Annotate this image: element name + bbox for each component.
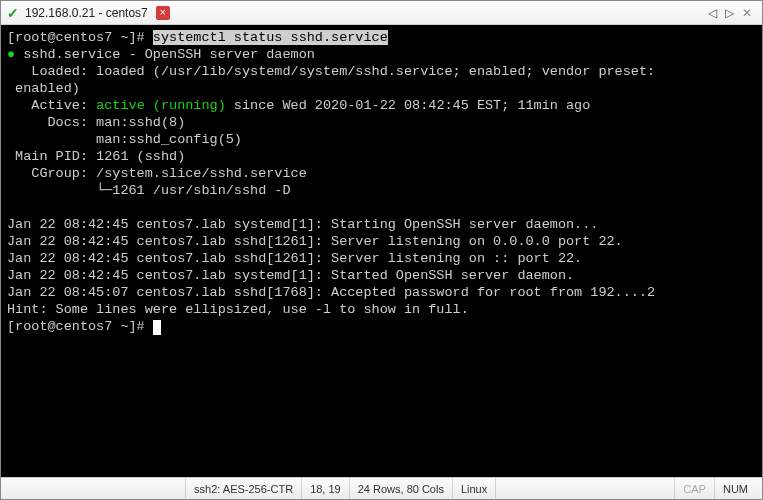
close-panel-button[interactable]: ✕ xyxy=(738,6,756,20)
status-dot-icon: ● xyxy=(7,47,23,62)
prev-tab-button[interactable]: ◁ xyxy=(704,6,721,20)
terminal-output[interactable]: [root@centos7 ~]# systemctl status sshd.… xyxy=(1,25,762,477)
status-spacer xyxy=(496,478,675,499)
active-status: active (running) xyxy=(96,98,226,113)
connected-check-icon: ✓ xyxy=(7,5,19,21)
status-capslock: CAP xyxy=(675,478,715,499)
log-line: Jan 22 08:42:45 centos7.lab systemd[1]: … xyxy=(7,217,598,232)
loaded-line: Loaded: loaded (/usr/lib/systemd/system/… xyxy=(7,64,655,79)
close-tab-button[interactable]: × xyxy=(156,6,170,20)
loaded-line-2: enabled) xyxy=(7,81,80,96)
status-cursor-pos: 18, 19 xyxy=(302,478,350,499)
docs-line-2: man:sshd_config(5) xyxy=(7,132,242,147)
shell-prompt: [root@centos7 ~]# xyxy=(7,319,153,334)
status-os: Linux xyxy=(453,478,496,499)
status-numlock: NUM xyxy=(715,478,756,499)
cgroup-line: CGroup: /system.slice/sshd.service xyxy=(7,166,307,181)
statusbar: ssh2: AES-256-CTR 18, 19 24 Rows, 80 Col… xyxy=(1,477,762,499)
docs-line-1: Docs: man:sshd(8) xyxy=(7,115,185,130)
main-pid-line: Main PID: 1261 (sshd) xyxy=(7,149,185,164)
titlebar: ✓ 192.168.0.21 - centos7 × ◁ ▷ ✕ xyxy=(1,1,762,25)
log-line: Jan 22 08:45:07 centos7.lab sshd[1768]: … xyxy=(7,285,655,300)
log-line: Jan 22 08:42:45 centos7.lab systemd[1]: … xyxy=(7,268,574,283)
command-highlight: systemctl status sshd.service xyxy=(153,30,388,45)
log-line: Jan 22 08:42:45 centos7.lab sshd[1261]: … xyxy=(7,234,623,249)
status-spacer xyxy=(7,478,186,499)
log-line: Jan 22 08:42:45 centos7.lab sshd[1261]: … xyxy=(7,251,582,266)
cgroup-tree-line: └─1261 /usr/sbin/sshd -D xyxy=(7,183,291,198)
shell-prompt: [root@centos7 ~]# xyxy=(7,30,153,45)
hint-line: Hint: Some lines were ellipsized, use -l… xyxy=(7,302,469,317)
service-header: sshd.service - OpenSSH server daemon xyxy=(23,47,315,62)
status-protocol: ssh2: AES-256-CTR xyxy=(186,478,302,499)
next-tab-button[interactable]: ▷ xyxy=(721,6,738,20)
active-since: since Wed 2020-01-22 08:42:45 EST; 11min… xyxy=(226,98,591,113)
status-terminal-size: 24 Rows, 80 Cols xyxy=(350,478,453,499)
active-label: Active: xyxy=(7,98,96,113)
window-title: 192.168.0.21 - centos7 xyxy=(25,6,148,20)
cursor-icon xyxy=(153,320,161,335)
